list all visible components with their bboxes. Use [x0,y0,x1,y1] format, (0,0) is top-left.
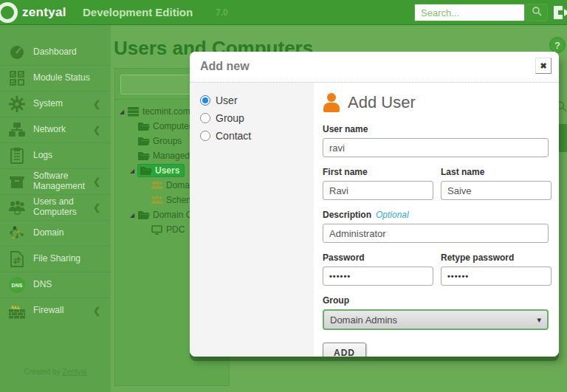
group-icon [151,196,163,204]
name-fields-row: First name Last name [323,167,551,200]
username-label: User name [323,124,551,134]
add-new-dialog: Add new ✖ User Group Contact Add User [190,52,559,357]
radio-selected-icon [200,95,210,106]
sidebar-item-software-management[interactable]: Software Management ❮ [0,168,111,194]
logs-icon [7,148,27,164]
username-field-group: User name [323,124,551,157]
dns-icon: DNS [7,276,27,294]
brand-name: zentyal [22,5,66,20]
zentyal-window: zentyal Development Edition 7.0 Dashboar… [0,0,567,392]
radio-contact[interactable]: Contact [200,130,303,142]
sidebar-item-firewall[interactable]: Firewall ❮ [0,298,111,323]
dashboard-icon [7,44,27,61]
search-button[interactable] [526,4,548,21]
group-icon [151,181,163,190]
lastname-input[interactable] [441,181,551,200]
group-select[interactable]: Domain Admins ▾ [323,309,549,330]
server-icon [127,107,140,117]
folder-icon [137,151,150,161]
group-field-group: Group Domain Admins ▾ [323,295,551,330]
help-icon[interactable]: ? [549,37,566,53]
module-status-icon [7,71,27,86]
sidebar-item-file-sharing[interactable]: File Sharing [0,246,111,272]
folder-icon [137,137,150,146]
password-input[interactable] [323,267,433,286]
logout-icon[interactable] [552,4,567,21]
chevron-left-icon: ❮ [93,99,100,109]
zentyal-footer-link[interactable]: Zentyal [62,368,86,376]
domain-tree-icon [7,225,27,241]
file-sharing-icon [7,251,27,267]
network-icon [7,123,27,137]
description-input[interactable] [323,224,549,243]
sidebar-item-network[interactable]: Network ❮ [0,117,111,142]
chevron-left-icon: ❮ [93,125,100,135]
selected-tree-node[interactable]: Users [137,164,185,177]
description-field-group: DescriptionOptional [323,210,551,243]
sidebar-item-users-and-computers[interactable]: Users and Computers ❮ [0,194,111,220]
chevron-left-icon: ❮ [93,202,100,213]
dialog-header: Add new ✖ [190,52,559,83]
search-icon [532,6,542,19]
edition-label: Development Edition [83,6,193,18]
sidebar-item-logs[interactable]: Logs [0,142,111,168]
group-select-value: Domain Admins [330,314,397,326]
svg-text:DNS: DNS [12,283,23,288]
entity-type-panel: User Group Contact [190,83,314,357]
close-icon[interactable]: ✖ [535,58,551,74]
optional-hint: Optional [376,210,409,220]
password-fields-row: Password Retype password [323,252,551,286]
chevron-down-icon: ▾ [537,315,541,325]
radio-group[interactable]: Group [200,112,303,124]
folder-icon [137,210,150,220]
computer-icon [151,225,163,235]
form-heading: Add User [323,93,551,112]
gear-icon [7,96,27,112]
retype-password-label: Retype password [441,252,551,263]
folder-icon [140,166,152,176]
package-icon [7,173,27,190]
sidebar-item-domain[interactable]: Domain [0,220,111,246]
background-button-sliver [558,124,567,152]
sidebar-item-dns[interactable]: DNS DNS [0,272,111,298]
expand-arrow-icon[interactable]: ◢ [130,168,137,174]
firstname-label: First name [323,167,435,177]
version-label: 7.0 [216,7,228,18]
global-search-input[interactable] [414,4,525,21]
lastname-label: Last name [441,167,551,177]
form-heading-text: Add User [348,93,416,112]
radio-unselected-icon [200,131,210,141]
add-user-form: Add User User name First name Last name … [314,83,559,357]
password-label: Password [323,252,435,263]
description-label: DescriptionOptional [323,210,551,220]
expand-arrow-icon[interactable]: ◢ [120,109,127,115]
dialog-title: Add new [200,60,250,73]
chevron-left-icon: ❮ [93,176,100,187]
chevron-left-icon: ❮ [93,306,100,316]
sidebar: Dashboard Module Status System ❮ Network… [0,25,111,392]
zentyal-logo-icon [0,2,18,23]
username-input[interactable] [323,138,549,157]
group-label: Group [323,295,551,306]
sidebar-item-system[interactable]: System ❮ [0,91,111,117]
user-icon [323,93,340,112]
sidebar-item-module-status[interactable]: Module Status [0,65,111,91]
add-button[interactable]: ADD [323,343,366,357]
retype-password-input[interactable] [441,267,551,286]
radio-unselected-icon [200,113,210,123]
topbar: zentyal Development Edition 7.0 [0,0,567,25]
folder-icon [137,122,150,131]
sidebar-item-dashboard[interactable]: Dashboard [0,39,111,65]
firstname-input[interactable] [323,181,433,200]
sidebar-footer: Created by Zentyal [0,368,111,376]
firewall-icon [7,303,27,319]
users-group-icon [7,200,27,215]
radio-user[interactable]: User [200,94,303,106]
expand-arrow-icon[interactable]: ◢ [130,212,137,219]
